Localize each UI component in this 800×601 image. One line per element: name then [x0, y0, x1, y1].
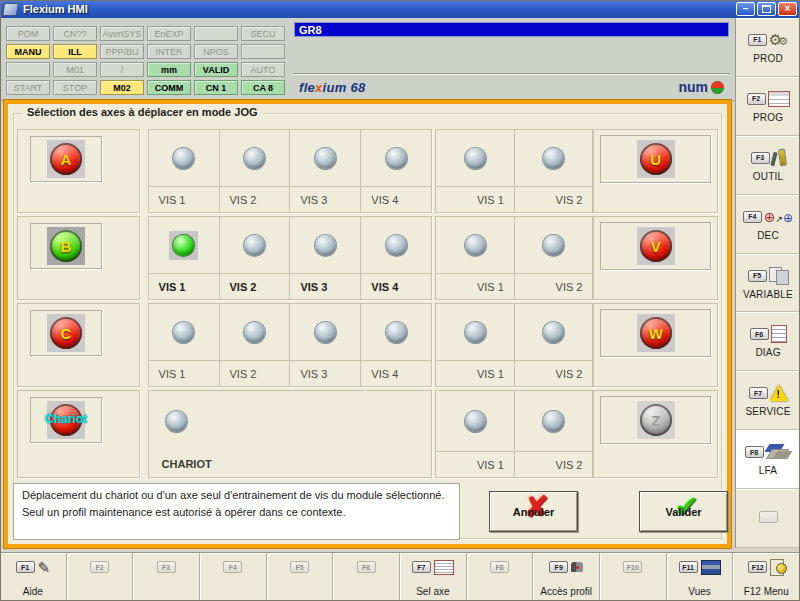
vis-cell[interactable]: VIS 2: [219, 304, 290, 386]
empty-key-badge: [759, 511, 778, 523]
status-cn1[interactable]: CN 1: [194, 80, 238, 95]
status-mm[interactable]: mm: [147, 62, 191, 77]
gears-icon: ⚙⚙: [769, 32, 788, 47]
num-logo: num: [678, 79, 724, 95]
cancel-button[interactable]: ✘ Annuler: [489, 491, 578, 532]
axis-row-chariot: Chariot CHARIOT VIS 1 VIS 2 Z: [17, 390, 718, 478]
menu-document-icon: [770, 559, 784, 576]
led-indicator: [173, 235, 194, 256]
vis-label: VIS 2: [515, 273, 593, 299]
sidebar-item-empty: [736, 489, 800, 548]
vis-cell[interactable]: VIS 4: [360, 304, 431, 386]
status-pppbu[interactable]: PPP/BU: [100, 44, 144, 59]
vis-cell[interactable]: VIS 4: [360, 130, 431, 212]
f1-key-badge: F1: [748, 34, 767, 46]
f3-key-badge: F3: [751, 152, 770, 164]
fkey-sel-axe[interactable]: F7 Sel axe: [400, 553, 467, 601]
vis-cell[interactable]: VIS 1: [436, 217, 514, 299]
sidebar-item-prod[interactable]: F1⚙⚙ PROD: [736, 18, 800, 77]
status-ca8[interactable]: CA 8: [241, 80, 285, 95]
vis-cell[interactable]: VIS 1: [436, 130, 514, 212]
fkey-f12-menu[interactable]: F12 F12 Menu: [733, 553, 800, 601]
axis-button-c[interactable]: C: [30, 310, 102, 356]
sidebar-item-variable[interactable]: F5 VARIABLE: [736, 254, 800, 313]
axis-button-z: Z: [600, 396, 711, 444]
vis-cell[interactable]: VIS 2: [514, 130, 593, 212]
fkey-vues[interactable]: F11 Vues: [667, 553, 734, 601]
vis-cell[interactable]: VIS 1: [149, 304, 219, 386]
axis-button-v[interactable]: V: [600, 222, 711, 270]
vis-cell[interactable]: VIS 3: [289, 130, 360, 212]
vis-cell[interactable]: VIS 1: [149, 217, 219, 299]
close-button[interactable]: ×: [778, 2, 797, 16]
sidebar-item-dec[interactable]: F4⊕↗⊕ DEC: [736, 195, 800, 254]
fkey-acces-profil[interactable]: F9 Accès profil: [533, 553, 600, 601]
led-indicator: [244, 322, 265, 343]
jog-axis-selection-panel: Sélection des axes à déplacer en mode JO…: [4, 100, 731, 548]
vis-label: VIS 2: [220, 360, 290, 386]
vis-cell[interactable]: VIS 2: [219, 217, 290, 299]
vis-cell[interactable]: VIS 3: [289, 304, 360, 386]
sidebar-item-diag[interactable]: F6 DIAG: [736, 312, 800, 371]
status-ill[interactable]: ILL: [53, 44, 97, 59]
status-stop[interactable]: STOP: [53, 80, 97, 95]
vis-cell[interactable]: VIS 3: [289, 217, 360, 299]
axis-button-w[interactable]: W: [600, 309, 711, 357]
status-pom[interactable]: POM: [6, 26, 50, 41]
vis-cell[interactable]: VIS 1: [436, 391, 514, 477]
axis-button-chariot[interactable]: Chariot: [30, 397, 102, 443]
status-enexp[interactable]: EnEXP: [147, 26, 191, 41]
status-slash[interactable]: /: [100, 62, 144, 77]
vis-label: VIS 1: [149, 186, 219, 212]
led-indicator: [465, 235, 486, 256]
status-m02[interactable]: M02: [100, 80, 144, 95]
vis-cell[interactable]: VIS 1: [436, 304, 514, 386]
fkey-f4: F4: [200, 553, 267, 601]
status-secu[interactable]: SECU: [241, 26, 285, 41]
status-manu[interactable]: MANU: [6, 44, 50, 59]
pencil-icon: ✎: [38, 560, 51, 575]
status-cn[interactable]: CN??: [53, 26, 97, 41]
validate-button[interactable]: ✔ Valider: [639, 491, 728, 532]
window-title: Flexium HMI: [23, 3, 88, 15]
status-inter[interactable]: INTER: [147, 44, 191, 59]
status-start[interactable]: START: [6, 80, 50, 95]
status-valid[interactable]: VALID: [194, 62, 238, 77]
status-npos[interactable]: NPOS: [194, 44, 238, 59]
status-avertsys[interactable]: AvertSYS: [100, 26, 144, 41]
mode-status-grid: POM CN?? AvertSYS EnEXP SECU MANU ILL PP…: [6, 26, 285, 95]
f8-key-badge: F8: [745, 446, 764, 458]
vis-label: VIS 4: [361, 360, 431, 386]
vis-cell[interactable]: VIS 1: [149, 130, 219, 212]
vis-cell[interactable]: VIS 2: [514, 217, 593, 299]
vis-cell[interactable]: VIS 2: [514, 391, 593, 477]
program-list-icon: [768, 91, 790, 107]
vis-label: VIS 1: [149, 360, 219, 386]
status-m01[interactable]: M01: [53, 62, 97, 77]
status-comm[interactable]: COMM: [147, 80, 191, 95]
sidebar-item-prog[interactable]: F2 PROG: [736, 77, 800, 136]
sidebar-item-outil[interactable]: F3 OUTIL: [736, 136, 800, 195]
led-indicator: [315, 322, 336, 343]
led-indicator: [543, 148, 564, 169]
fkey-aide[interactable]: F1✎ Aide: [0, 553, 67, 601]
sidebar-item-service[interactable]: F7 SERVICE: [736, 371, 800, 430]
minimize-button[interactable]: –: [736, 2, 755, 16]
vis-cell[interactable]: VIS 2: [219, 130, 290, 212]
axis-ball-a: A: [47, 140, 85, 178]
axis-row-b: B VIS 1 VIS 2 VIS 3 VIS 4: [17, 216, 718, 300]
restore-button[interactable]: [757, 2, 776, 16]
fkey-f3: F3: [133, 553, 200, 601]
channel-banner: GR8: [294, 22, 729, 37]
axis-button-u[interactable]: U: [600, 135, 711, 183]
sidebar-item-lfa[interactable]: F8 LFA: [736, 430, 800, 489]
axis-button-a[interactable]: A: [30, 136, 102, 182]
vis-cell[interactable]: VIS 4: [360, 217, 431, 299]
f1-badge: F1: [16, 561, 35, 573]
chariot-cell: CHARIOT: [148, 390, 433, 478]
axis-button-b[interactable]: B: [30, 223, 102, 269]
vis-cell[interactable]: VIS 2: [514, 304, 593, 386]
led-indicator: [465, 411, 486, 432]
f7-key-badge: F7: [749, 387, 768, 399]
status-auto[interactable]: AUTO: [241, 62, 285, 77]
